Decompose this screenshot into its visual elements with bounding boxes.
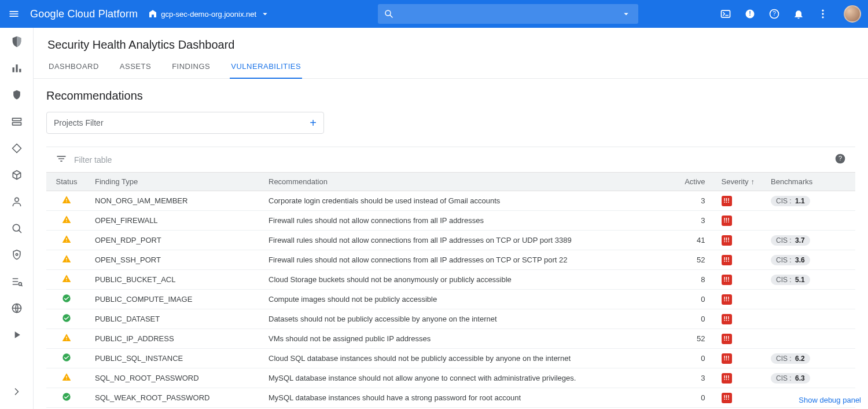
benchmark-cell: CIS : 1.1 [763, 191, 855, 211]
col-severity[interactable]: Severity↑ [713, 173, 763, 191]
active-count-cell: 0 [667, 309, 713, 329]
project-name: gcp-sec-demo-org.joonix.net [161, 10, 256, 19]
cloud-shell-icon[interactable] [719, 7, 733, 21]
kms-icon[interactable] [10, 248, 24, 262]
svg-point-9 [822, 16, 823, 18]
alert-icon[interactable]: ! [743, 7, 757, 21]
status-cell [46, 368, 87, 388]
play-icon[interactable] [10, 328, 24, 342]
recommendation-cell: Compute images should not be publicly ac… [260, 290, 667, 309]
severity-badge: !!! [722, 275, 732, 285]
table-row[interactable]: PUBLIC_SQL_INSTANCECloud SQL database in… [46, 349, 855, 368]
status-cell [46, 290, 87, 309]
table-row[interactable]: OPEN_FIREWALLFirewall rules should not a… [46, 211, 855, 231]
severity-badge: !!! [722, 196, 732, 206]
svg-point-25 [62, 314, 70, 322]
finding-type-cell: NON_ORG_IAM_MEMBER [87, 191, 260, 211]
scan-icon[interactable] [10, 221, 24, 235]
finding-type-cell: OPEN_SSH_PORT [87, 250, 260, 270]
table-row[interactable]: SQL_WEAK_ROOT_PASSWORDMySQL database ins… [46, 388, 855, 408]
plus-icon[interactable]: + [310, 116, 317, 130]
severity-cell: !!! [713, 290, 763, 309]
project-picker[interactable]: gcp-sec-demo-org.joonix.net [148, 9, 274, 19]
benchmark-cell: CIS : 3.7 [763, 231, 855, 250]
severity-cell: !!! [713, 388, 763, 408]
tab-assets[interactable]: ASSETS [119, 55, 152, 78]
storage-icon[interactable] [10, 115, 24, 129]
severity-cell: !!! [713, 211, 763, 231]
severity-badge: !!! [722, 294, 732, 305]
menu-icon[interactable] [7, 7, 21, 21]
benchmark-cell [763, 290, 855, 309]
gcp-top-bar: Google Cloud Platform gcp-sec-demo-org.j… [0, 0, 868, 28]
svg-rect-10 [12, 67, 14, 72]
search-scope-dropdown[interactable] [620, 9, 632, 19]
severity-badge: !!! [722, 373, 732, 384]
tab-dashboard[interactable]: DASHBOARD [47, 55, 100, 78]
tab-findings[interactable]: FINDINGS [171, 55, 211, 78]
diamond-icon[interactable] [10, 141, 24, 155]
table-row[interactable]: SQL_NO_ROOT_PASSWORDMySQL database insta… [46, 368, 855, 388]
table-filter-input[interactable]: Filter table [74, 155, 112, 165]
projects-filter-label: Projects Filter [54, 118, 104, 127]
active-count-cell: 0 [667, 290, 713, 309]
svg-text:!: ! [749, 10, 751, 17]
table-row[interactable]: NON_ORG_IAM_MEMBERCorporate login creden… [46, 191, 855, 211]
expand-rail-icon[interactable] [10, 385, 24, 399]
svg-point-8 [822, 13, 823, 14]
table-row[interactable]: OPEN_RDP_PORTFirewall rules should not a… [46, 231, 855, 250]
brand-logo[interactable]: Google Cloud Platform [30, 8, 138, 20]
help-icon[interactable]: ? [834, 153, 846, 166]
severity-cell: !!! [713, 270, 763, 290]
shield-icon[interactable] [10, 35, 24, 49]
search-input[interactable] [394, 9, 620, 19]
svg-rect-13 [12, 118, 21, 120]
status-cell [46, 388, 87, 408]
svg-text:?: ? [773, 10, 776, 17]
table-row[interactable]: PUBLIC_DATASETDatasets should not be pub… [46, 309, 855, 329]
global-search[interactable] [378, 4, 638, 24]
globe-icon[interactable] [10, 301, 24, 315]
left-nav-rail [0, 28, 34, 409]
status-cell [46, 309, 87, 329]
benchmark-cell: CIS : 3.6 [763, 250, 855, 270]
table-row[interactable]: PUBLIC_COMPUTE_IMAGECompute images shoul… [46, 290, 855, 309]
finding-type-cell: OPEN_RDP_PORT [87, 231, 260, 250]
finding-type-cell: PUBLIC_DATASET [87, 309, 260, 329]
query-icon[interactable] [10, 275, 24, 289]
benchmark-cell: CIS : 5.1 [763, 270, 855, 290]
dashboard-icon[interactable] [10, 61, 24, 75]
tab-bar: DASHBOARD ASSETS FINDINGS VULNERABILITIE… [34, 55, 868, 79]
table-row[interactable]: OPEN_SSH_PORTFirewall rules should not a… [46, 250, 855, 270]
more-icon[interactable] [816, 7, 830, 21]
table-row[interactable]: PUBLIC_BUCKET_ACLCloud Storage buckets s… [46, 270, 855, 290]
account-avatar[interactable] [844, 5, 861, 23]
user-icon[interactable] [10, 195, 24, 209]
svg-rect-14 [12, 123, 21, 125]
svg-rect-12 [19, 69, 21, 72]
debug-panel-link[interactable]: Show debug panel [799, 396, 861, 404]
col-status[interactable]: Status [46, 173, 87, 191]
tab-vulnerabilities[interactable]: VULNERABILITIES [230, 55, 302, 79]
benchmark-cell [763, 329, 855, 349]
status-cell [46, 211, 87, 231]
policy-icon[interactable] [10, 88, 24, 102]
filter-list-icon[interactable] [56, 153, 67, 166]
active-count-cell: 3 [667, 368, 713, 388]
table-row[interactable]: PUBLIC_IP_ADDRESSVMs should not be assig… [46, 329, 855, 349]
col-active[interactable]: Active [667, 173, 713, 191]
benchmark-cell: CIS : 6.3 [763, 368, 855, 388]
finding-type-cell: PUBLIC_BUCKET_ACL [87, 270, 260, 290]
benchmark-cell [763, 309, 855, 329]
notifications-icon[interactable] [792, 7, 806, 21]
col-recommendation[interactable]: Recommendation [260, 173, 667, 191]
severity-badge: !!! [722, 235, 732, 246]
help-icon[interactable]: ? [767, 7, 781, 21]
projects-filter[interactable]: Projects Filter + [46, 112, 324, 134]
col-finding-type[interactable]: Finding Type [87, 173, 260, 191]
finding-type-cell: SQL_NO_ROOT_PASSWORD [87, 368, 260, 388]
severity-badge: !!! [722, 353, 732, 364]
cube-icon[interactable] [10, 168, 24, 182]
benchmark-chip: CIS : 6.2 [771, 353, 810, 364]
col-benchmarks[interactable]: Benchmarks [763, 173, 855, 191]
